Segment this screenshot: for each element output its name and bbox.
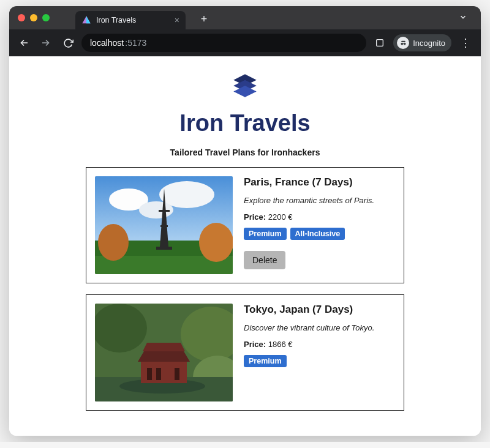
plan-badges: Premium xyxy=(244,355,395,367)
forward-button[interactable] xyxy=(37,34,55,51)
window-minimize-button[interactable] xyxy=(30,14,37,21)
url-host: localhost xyxy=(90,38,124,48)
tab-close-icon[interactable]: × xyxy=(175,15,179,25)
extensions-icon[interactable] xyxy=(371,34,388,51)
delete-button[interactable]: Delete xyxy=(244,251,285,269)
price-value: 2200 xyxy=(268,212,286,222)
svg-marker-30 xyxy=(138,351,190,362)
chevron-down-icon[interactable] xyxy=(454,10,472,26)
page-title: Iron Travels xyxy=(179,110,310,136)
price-currency: € xyxy=(288,212,292,222)
plan-title: Tokyo, Japan (7 Days) xyxy=(244,304,395,316)
price-label: Price: xyxy=(244,212,266,222)
window-close-button[interactable] xyxy=(18,14,25,21)
badge-premium: Premium xyxy=(244,228,287,240)
url-path: :5173 xyxy=(125,38,146,48)
page-viewport: Iron Travels Tailored Travel Plans for I… xyxy=(9,56,481,436)
plan-badges: Premium All-Inclusive xyxy=(244,228,395,240)
plan-description: Explore the romantic streets of Paris. xyxy=(244,196,395,205)
app-logo xyxy=(227,67,263,104)
badge-all-inclusive: All-Inclusive xyxy=(290,228,345,240)
svg-rect-22 xyxy=(160,225,168,227)
browser-tab[interactable]: Iron Travels × xyxy=(75,11,186,29)
address-bar[interactable]: localhost:5173 xyxy=(81,34,366,52)
reload-button[interactable] xyxy=(59,34,77,51)
tab-title: Iron Travels xyxy=(96,16,170,24)
svg-marker-1 xyxy=(86,16,91,23)
plan-price: Price: 1866 € xyxy=(244,340,395,349)
back-button[interactable] xyxy=(15,34,32,51)
window-maximize-button[interactable] xyxy=(42,14,50,21)
browser-titlebar: Iron Travels × + xyxy=(9,6,481,29)
tab-favicon xyxy=(81,15,91,25)
svg-rect-32 xyxy=(147,368,152,380)
window-controls xyxy=(18,14,50,21)
svg-point-17 xyxy=(98,224,129,261)
incognito-icon xyxy=(397,37,409,49)
browser-toolbar: localhost:5173 Incognito ⋮ xyxy=(9,29,481,56)
page-subtitle: Tailored Travel Plans for Ironhackers xyxy=(170,147,320,157)
plan-card: Paris, France (7 Days) Explore the roman… xyxy=(86,167,404,283)
svg-rect-4 xyxy=(377,40,383,47)
price-currency: € xyxy=(288,340,292,349)
svg-marker-31 xyxy=(143,343,185,351)
svg-point-18 xyxy=(199,223,233,262)
plan-card: Tokyo, Japan (7 Days) Discover the vibra… xyxy=(86,294,404,411)
plan-image xyxy=(95,304,233,401)
price-label: Price: xyxy=(244,340,266,349)
svg-rect-21 xyxy=(159,210,170,212)
plan-image xyxy=(95,176,233,274)
price-value: 1866 xyxy=(268,340,286,349)
browser-window: Iron Travels × + localhost:5173 Incogn xyxy=(9,6,481,436)
svg-rect-33 xyxy=(156,368,161,380)
plan-description: Discover the vibrant culture of Tokyo. xyxy=(244,323,395,332)
svg-rect-34 xyxy=(175,368,179,380)
new-tab-button[interactable]: + xyxy=(197,12,211,26)
svg-rect-20 xyxy=(156,247,172,250)
incognito-indicator[interactable]: Incognito xyxy=(393,34,451,51)
plans-list: Paris, France (7 Days) Explore the roman… xyxy=(9,167,481,411)
plan-body: Paris, France (7 Days) Explore the roman… xyxy=(244,176,395,269)
plan-body: Tokyo, Japan (7 Days) Discover the vibra… xyxy=(244,304,395,378)
badge-premium: Premium xyxy=(244,355,287,367)
browser-menu-icon[interactable]: ⋮ xyxy=(456,36,475,50)
incognito-label: Incognito xyxy=(413,39,445,48)
plan-title: Paris, France (7 Days) xyxy=(244,176,395,189)
plan-price: Price: 2200 € xyxy=(244,212,395,222)
svg-rect-7 xyxy=(402,43,404,44)
